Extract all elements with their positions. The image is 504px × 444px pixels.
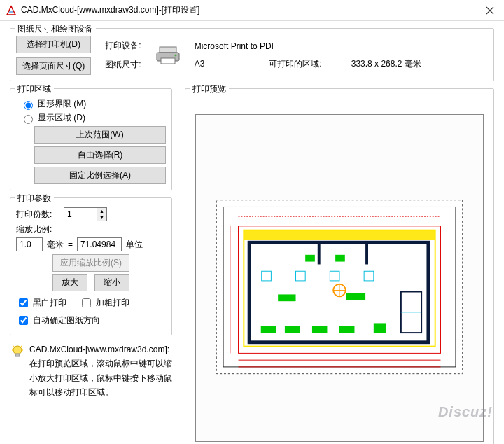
scale-label: 缩放比例:: [16, 223, 52, 235]
size-label: 图纸尺寸:: [105, 59, 141, 71]
svg-rect-16: [261, 326, 276, 333]
radio-limits[interactable]: 图形界限 (M): [20, 98, 166, 110]
eq-sign: =: [68, 240, 73, 249]
area-group-legend: 打印区域: [15, 83, 54, 95]
preview-drawing: [196, 115, 483, 441]
svg-rect-21: [278, 294, 295, 301]
copies-label: 打印份数:: [16, 209, 59, 221]
watermark: Discuz!: [438, 404, 493, 420]
zoom-in-button[interactable]: 放大: [52, 274, 88, 291]
paper-group-legend: 图纸尺寸和绘图设备: [15, 23, 96, 35]
mm-input[interactable]: [16, 237, 43, 251]
device-value: Microsoft Print to PDF: [195, 41, 488, 51]
svg-rect-17: [285, 326, 300, 333]
svg-point-4: [13, 346, 22, 354]
close-button[interactable]: [476, 0, 504, 21]
svg-rect-19: [340, 326, 354, 333]
svg-rect-0: [160, 47, 176, 53]
bold-print-checkbox[interactable]: 加粗打印: [79, 296, 130, 310]
svg-point-3: [174, 55, 176, 57]
last-range-button[interactable]: 上次范围(W): [34, 126, 166, 144]
apply-scale-button: 应用缩放比例(S): [52, 254, 130, 272]
print-preview-area[interactable]: [195, 114, 484, 442]
svg-rect-22: [346, 293, 365, 300]
device-label: 打印设备:: [105, 40, 141, 52]
app-icon: [6, 5, 17, 16]
copies-up[interactable]: ▲: [97, 208, 106, 214]
bw-print-checkbox[interactable]: 黑白打印: [16, 296, 66, 310]
tip-text: CAD.MxCloud-[www.mxdraw3d.com]: 在打印预览区域，…: [10, 342, 172, 400]
radio-display-input[interactable]: [24, 115, 33, 124]
auto-orient-checkbox[interactable]: 自动确定图纸方向: [16, 314, 166, 327]
size-value: A3: [195, 59, 205, 69]
copies-spinner[interactable]: ▲▼: [64, 207, 107, 221]
svg-rect-23: [305, 255, 315, 262]
svg-rect-2: [161, 58, 175, 64]
radio-display[interactable]: 显示区域 (D): [20, 112, 166, 124]
lightbulb-icon: [10, 344, 25, 359]
select-printer-button[interactable]: 选择打印机(D): [16, 36, 91, 53]
svg-rect-24: [335, 255, 345, 262]
select-page-size-button[interactable]: 选择页面尺寸(Q): [16, 57, 91, 75]
printer-icon: [155, 46, 181, 65]
radio-limits-input[interactable]: [24, 101, 33, 110]
svg-rect-11: [244, 230, 435, 240]
preview-legend: 打印预览: [190, 83, 229, 95]
svg-rect-5: [15, 354, 20, 356]
svg-rect-20: [374, 323, 386, 333]
copies-down[interactable]: ▼: [97, 214, 106, 221]
units-input[interactable]: [77, 237, 122, 251]
printable-value: 333.8 x 268.2 毫米: [351, 58, 421, 70]
params-group-legend: 打印参数: [15, 193, 54, 204]
svg-rect-18: [312, 326, 327, 333]
mm-unit: 毫米: [47, 239, 64, 251]
zoom-out-button[interactable]: 缩小: [94, 274, 130, 291]
fixed-scale-button[interactable]: 固定比例选择(A): [34, 167, 166, 184]
units-label: 单位: [126, 239, 143, 251]
printable-label: 可打印的区域:: [269, 58, 321, 70]
window-title: CAD.MxCloud-[www.mxdraw3d.com]-[打印设置]: [21, 4, 476, 16]
copies-input[interactable]: [64, 208, 97, 221]
free-select-button[interactable]: 自由选择(R): [34, 146, 166, 164]
